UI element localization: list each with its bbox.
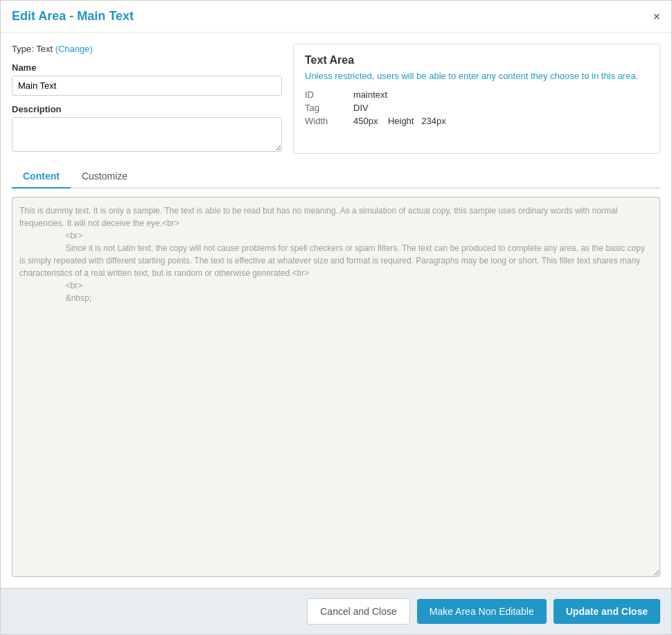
- id-value: maintext: [353, 89, 648, 100]
- info-panel: Text Area Unless restricted, users will …: [293, 44, 660, 154]
- tag-label: Tag: [305, 103, 353, 113]
- left-panel: Type: Text (Change) Name Description: [12, 44, 282, 154]
- name-input[interactable]: [12, 76, 282, 96]
- edit-area-dialog: Edit Area - Main Text × Type: Text (Chan…: [0, 0, 672, 635]
- description-label: Description: [12, 104, 282, 114]
- description-input[interactable]: [12, 117, 282, 152]
- name-label: Name: [12, 62, 282, 73]
- dimensions-value: 450px Height 234px: [353, 116, 648, 126]
- info-title: Text Area: [305, 54, 648, 67]
- top-section: Type: Text (Change) Name Description Tex…: [12, 44, 660, 154]
- content-textarea[interactable]: This is dummy text. It is only a sample.…: [12, 197, 660, 577]
- non-editable-button[interactable]: Make Area Non Editable: [417, 599, 547, 624]
- type-label: Type: Text: [12, 44, 53, 54]
- tab-content[interactable]: Content: [12, 165, 71, 189]
- dialog-header: Edit Area - Main Text ×: [1, 1, 671, 33]
- dialog-body: Type: Text (Change) Name Description Tex…: [1, 33, 671, 588]
- cancel-button[interactable]: Cancel and Close: [307, 598, 410, 625]
- info-subtitle: Unless restricted, users will be able to…: [305, 71, 648, 81]
- type-row: Type: Text (Change): [12, 44, 282, 54]
- tabs-section: Content Customize: [12, 165, 660, 189]
- update-button[interactable]: Update and Close: [554, 599, 660, 624]
- content-area: This is dummy text. It is only a sample.…: [12, 197, 660, 577]
- width-label: Width: [305, 116, 353, 126]
- tab-customize[interactable]: Customize: [71, 165, 139, 189]
- id-label: ID: [305, 89, 353, 100]
- dialog-title: Edit Area - Main Text: [12, 9, 134, 24]
- info-grid: ID maintext Tag DIV Width 450px Height 2…: [305, 89, 648, 126]
- close-button[interactable]: ×: [653, 10, 660, 23]
- dialog-footer: Cancel and Close Make Area Non Editable …: [1, 588, 671, 634]
- change-link[interactable]: (Change): [55, 44, 93, 54]
- tag-value: DIV: [353, 103, 648, 113]
